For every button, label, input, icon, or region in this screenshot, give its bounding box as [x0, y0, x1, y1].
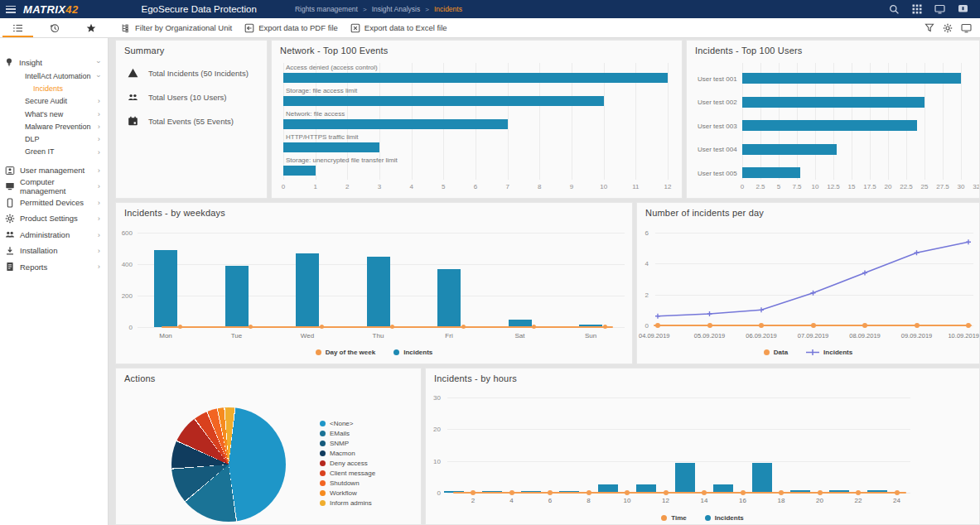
- settings-gear-icon[interactable]: [943, 23, 953, 33]
- sidebar-item-label: Malware Prevention: [25, 123, 91, 131]
- legend-dot-icon: [320, 490, 326, 496]
- pie-legend-item--none-[interactable]: <None>: [320, 420, 353, 427]
- sidebar-item-what-s-new[interactable]: What's new›: [0, 108, 108, 120]
- export-excel-button[interactable]: Export data to Excel file: [350, 23, 447, 33]
- pie-legend-item-shutdown[interactable]: Shutdown: [320, 479, 360, 487]
- export-pdf-label: Export data to PDF file: [258, 23, 338, 32]
- gridline: [138, 233, 625, 234]
- sidebar-item-product-settings[interactable]: Product Settings›: [0, 210, 108, 226]
- sidebar-item-administration[interactable]: Administration›: [0, 227, 108, 243]
- export-excel-label: Export data to Excel file: [364, 23, 447, 32]
- sidebar-item-reports[interactable]: Reports›: [0, 258, 108, 274]
- bar-label: User test 005: [698, 170, 737, 177]
- x-tick-label: Thu: [358, 332, 399, 340]
- legend-dot-icon: [320, 421, 326, 426]
- legend-item-incidents[interactable]: Incidents: [393, 349, 432, 356]
- pie-legend-item-client-message[interactable]: Client message: [320, 470, 375, 477]
- gridline: [447, 397, 910, 398]
- logo-42: 42: [65, 3, 78, 16]
- pie-legend-item-deny-access[interactable]: Deny access: [320, 460, 368, 467]
- filter-funnel-icon[interactable]: [924, 23, 934, 32]
- breadcrumb-insight-analysis[interactable]: Insight Analysis: [372, 5, 421, 13]
- pie-legend-item-workflow[interactable]: Workflow: [320, 489, 357, 497]
- x-tick-label: 6: [467, 183, 484, 190]
- sidebar-item-permitted-devices[interactable]: Permitted Devices›: [0, 195, 108, 210]
- chevron-right-icon: ›: [98, 199, 100, 207]
- x-tick-label: 7: [500, 183, 516, 190]
- matrix42-logo[interactable]: MATRIX42: [23, 3, 79, 16]
- weekdays-title: Incidents - by weekdays: [124, 208, 225, 218]
- chat-notification-icon[interactable]: [958, 4, 968, 14]
- legend-dot-icon: [661, 515, 667, 521]
- sidebar-item-label: Administration: [20, 230, 70, 239]
- pie-legend-item-inform-admins[interactable]: Inform admins: [320, 499, 372, 507]
- x-tick-label: 5: [435, 183, 451, 190]
- sidebar-item-intellact-automation[interactable]: IntellAct Automation›: [0, 70, 108, 82]
- pie-legend-item-emails[interactable]: EMails: [320, 430, 350, 437]
- series-marker: [390, 325, 394, 329]
- breadcrumb-incidents[interactable]: Incidents: [434, 5, 462, 13]
- tab-history[interactable]: [48, 18, 61, 37]
- sidebar-item-label: Permitted Devices: [20, 198, 84, 207]
- sidebar-item-incidents[interactable]: Incidents: [0, 82, 108, 94]
- bar: [437, 269, 461, 327]
- bar: [225, 266, 249, 327]
- x-tick-label: 2: [339, 183, 355, 190]
- sidebar-item-user-management[interactable]: User management›: [0, 162, 108, 178]
- legend-item-day-of-the-week[interactable]: Day of the week: [316, 349, 375, 356]
- chevron-down-icon: ›: [95, 75, 104, 77]
- filter-by-org-unit-button[interactable]: Filter by Organizational Unit: [121, 23, 232, 33]
- toolbar: Filter by Organizational Unit Export dat…: [0, 18, 980, 38]
- chart-legend: TimeIncidents: [426, 514, 979, 522]
- toolbar-right-icons: [924, 23, 972, 33]
- export-pdf-button[interactable]: Export data to PDF file: [244, 23, 338, 33]
- network-events-chart: 0123456789101112Access denied (access co…: [272, 41, 682, 198]
- hamburger-menu-icon[interactable]: [6, 6, 16, 13]
- x-tick-label: 6: [542, 497, 558, 504]
- x-tick-label: 20: [812, 497, 828, 504]
- tab-navigation-list[interactable]: [11, 18, 25, 37]
- legend-item-incidents[interactable]: Incidents: [806, 349, 852, 356]
- legend-item-time[interactable]: Time: [661, 514, 687, 522]
- x-tick-label: Sun: [570, 332, 611, 340]
- time-series-marker: [818, 490, 823, 495]
- sidebar-tabs: [0, 18, 109, 37]
- monitor-icon[interactable]: [934, 4, 945, 14]
- sidebar-item-installation[interactable]: Installation›: [0, 243, 108, 258]
- sidebar-item-green-it[interactable]: Green IT›: [0, 146, 108, 158]
- legend-label: Day of the week: [326, 349, 375, 356]
- time-series-marker: [509, 490, 514, 495]
- gridline: [447, 429, 910, 430]
- sidebar-item-malware-prevention[interactable]: Malware Prevention›: [0, 120, 108, 132]
- legend-item-data[interactable]: Data: [764, 349, 788, 356]
- bar: [154, 250, 177, 327]
- sidebar-item-insight[interactable]: Insight›: [0, 55, 108, 70]
- apps-grid-icon[interactable]: [912, 4, 922, 14]
- bar: [742, 167, 800, 178]
- breadcrumb-separator: >: [425, 6, 429, 13]
- x-tick-label: 24: [889, 497, 905, 504]
- sidebar-item-dlp[interactable]: DLP›: [0, 132, 108, 145]
- legend-dot-icon: [316, 349, 321, 355]
- x-tick-label: 3: [371, 183, 388, 190]
- legend-item-incidents[interactable]: Incidents: [705, 514, 744, 522]
- pie-legend-item-macmon[interactable]: Macmon: [320, 450, 355, 457]
- chart-legend: DataIncidents: [637, 349, 979, 356]
- tab-favorites[interactable]: [84, 18, 98, 37]
- sidebar-item-computer-management[interactable]: Computer management›: [0, 178, 108, 194]
- series-marker: [603, 325, 607, 329]
- bar: [283, 119, 508, 129]
- search-icon[interactable]: [889, 4, 900, 15]
- x-tick-label: 1: [307, 183, 324, 190]
- legend-dot-icon: [320, 470, 326, 476]
- sidebar-item-secure-audit[interactable]: Secure Audit›: [0, 95, 108, 108]
- chevron-right-icon: ›: [98, 231, 100, 239]
- pie-legend-item-snmp[interactable]: SNMP: [320, 440, 349, 447]
- x-tick-label: 10: [806, 183, 824, 190]
- monitor-view-icon[interactable]: [961, 23, 972, 33]
- bar-label: Network: file access: [286, 110, 345, 118]
- sidebar-item-label: Installation: [20, 246, 57, 255]
- breadcrumb-rights-management[interactable]: Rights management: [295, 5, 358, 13]
- per-day-chart: 024604.09.201905.09.201906.09.201907.09.…: [637, 203, 979, 364]
- x-tick-label: 27.5: [934, 183, 952, 190]
